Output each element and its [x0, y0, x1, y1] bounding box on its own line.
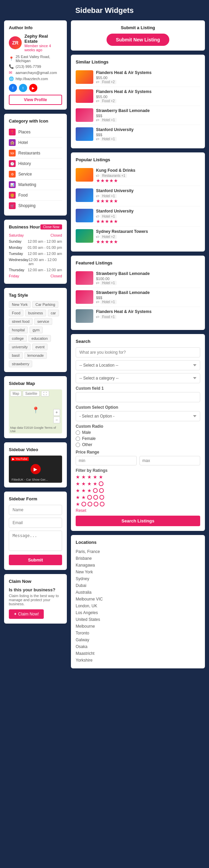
category-item[interactable]: ⚙Service	[9, 169, 62, 180]
rating-row-5[interactable]: ★★★★★	[76, 474, 200, 480]
tag-item[interactable]: event	[32, 344, 48, 350]
location-item[interactable]: Los Angeles	[76, 609, 200, 616]
location-item[interactable]: Melbourne VIC	[76, 596, 200, 603]
form-email-input[interactable]	[9, 518, 62, 528]
category-item[interactable]: 🍔Food	[9, 190, 62, 201]
tag-item[interactable]: education	[28, 335, 51, 342]
list-item[interactable]: Strawberry Basil Lemonade $100.00 🏷 Hote…	[76, 269, 200, 288]
location-item[interactable]: Yorkshire	[76, 657, 200, 664]
list-item[interactable]: Stanford University 🏷 Hotel +1 ★★★★★	[76, 206, 200, 227]
location-item[interactable]: Australia	[76, 589, 200, 596]
list-item[interactable]: Flanders Heat & Air Systems 🏷 Food +1	[76, 307, 200, 325]
radio-other-input[interactable]	[76, 443, 80, 447]
location-item[interactable]: Dubai	[76, 582, 200, 589]
list-item[interactable]: Stanford University $$$ 🏷 Hotel +1	[76, 125, 200, 144]
facebook-icon[interactable]: f	[9, 84, 17, 92]
category-badge: Hotel +1	[100, 118, 117, 122]
form-name-input[interactable]	[9, 505, 62, 515]
rating-row-1[interactable]: ★	[76, 501, 200, 507]
category-item[interactable]: 🏨Hotel	[9, 137, 62, 148]
category-item[interactable]: 🕐History	[9, 159, 62, 169]
rating-row-4[interactable]: ★★★★	[76, 481, 200, 486]
cat-label-0: Places	[18, 130, 31, 134]
tag-item[interactable]: business	[25, 310, 46, 316]
tag-item[interactable]: strawberry	[9, 361, 32, 367]
form-message-input[interactable]	[9, 531, 62, 551]
category-item[interactable]: 🛒Shopping	[9, 201, 62, 211]
tag-item[interactable]: college	[9, 335, 27, 342]
fullscreen-icon[interactable]: ⛶	[41, 391, 49, 396]
category-item[interactable]: 📊Marketing	[9, 180, 62, 190]
search-input[interactable]	[76, 347, 200, 357]
twitter-icon[interactable]: t	[19, 84, 27, 92]
rating-row-3[interactable]: ★★★	[76, 488, 200, 493]
tag-item[interactable]: car	[48, 310, 59, 316]
price-range-label: Price Range	[76, 450, 200, 455]
category-badge: Hotel +1	[100, 281, 117, 285]
list-item[interactable]: Kung Food & Drinks 🏷 Restaurants +1 ★★★★…	[76, 166, 200, 186]
cat-icon-6: 🍔	[9, 192, 16, 199]
list-item[interactable]: Flanders Heat & Air Systems $55.00 🏷 Foo…	[76, 68, 200, 87]
submit-new-listing-button[interactable]: Submit New Listing	[107, 34, 170, 46]
list-item[interactable]: Flanders Heat & Air Systems $55.00 🏷 Foo…	[76, 87, 200, 106]
reset-link[interactable]: Reset	[76, 508, 200, 513]
list-item[interactable]: Sydney Restaurant Towers 🏷 Hotel +2 ★★★★…	[76, 227, 200, 247]
map-container[interactable]: Map Satellite ⛶ 📍 + − Map data ©2018 Goo…	[9, 389, 62, 433]
location-item[interactable]: Galway	[76, 636, 200, 643]
location-select[interactable]: -- Select a Location --	[76, 360, 200, 370]
satellite-tab[interactable]: Satellite	[23, 391, 40, 396]
location-item[interactable]: London, UK	[76, 603, 200, 609]
tag-item[interactable]: New York	[9, 301, 31, 308]
location-item[interactable]: New York	[76, 569, 200, 575]
location-item[interactable]: Brisbane	[76, 555, 200, 562]
price-min-input[interactable]	[76, 456, 137, 465]
location-item[interactable]: Osaka	[76, 643, 200, 650]
location-item[interactable]: Toronto	[76, 630, 200, 636]
tag-item[interactable]: Food	[9, 310, 23, 316]
zoom-out-button[interactable]: −	[53, 417, 60, 423]
youtube-icon[interactable]: ▶	[29, 84, 37, 92]
location-item[interactable]: Melbourne	[76, 623, 200, 630]
play-button[interactable]: ▶	[31, 464, 41, 474]
radio-female-input[interactable]	[76, 437, 80, 441]
tag-item[interactable]: basil	[9, 352, 23, 359]
location-item[interactable]: United States	[76, 616, 200, 623]
location-item[interactable]: Sydney	[76, 575, 200, 582]
listing-category: 🏷 Hotel +1	[96, 281, 200, 285]
search-listings-button[interactable]: Search Listings	[76, 516, 200, 526]
radio-male-input[interactable]	[76, 430, 80, 435]
category-select[interactable]: -- Select a category --	[76, 373, 200, 383]
list-item[interactable]: Strawberry Basil Lemonade $$$ 🏷 Hotel +1	[76, 106, 200, 125]
category-item[interactable]: 🍽Restaurants	[9, 148, 62, 159]
tag-item[interactable]: service	[34, 318, 52, 325]
email-icon: ✉	[9, 70, 14, 75]
list-item[interactable]: Strawberry Basil Lemonade $$$ 🏷 Hotel +1	[76, 288, 200, 307]
tag-item[interactable]: Car Parking	[32, 301, 58, 308]
claim-button[interactable]: ✦ Claim Now!	[9, 609, 44, 619]
listing-name: Flanders Heat & Air Systems	[96, 309, 200, 314]
youtube-badge: ▶ YouTube	[11, 457, 29, 461]
category-item[interactable]: 📍Places	[9, 127, 62, 137]
location-item[interactable]: Paris, France	[76, 548, 200, 555]
tag-item[interactable]: university	[9, 344, 31, 350]
location-item[interactable]: Kanagawa	[76, 562, 200, 569]
price-max-input[interactable]	[139, 456, 201, 465]
business-hour-row: Wednesday12:00 am - 12:00 am	[9, 257, 62, 267]
form-submit-button[interactable]: Submit	[9, 555, 62, 565]
zoom-in-button[interactable]: +	[53, 409, 60, 416]
tag-item[interactable]: street food	[9, 318, 33, 325]
video-player[interactable]: ▶ YouTube ▶ FittedUK - Car Show Ger...	[9, 456, 62, 483]
tag-item[interactable]: lemonade	[24, 352, 47, 359]
location-item[interactable]: Maastricht	[76, 650, 200, 657]
rating-row-2[interactable]: ★★	[76, 495, 200, 500]
view-profile-button[interactable]: View Profile	[9, 95, 62, 105]
map-tab[interactable]: Map	[10, 391, 21, 396]
business-hour-row: Thursday12:00 am - 12:00 am	[9, 267, 62, 273]
tag-item[interactable]: hospital	[9, 327, 28, 333]
custom-field-input[interactable]	[76, 392, 200, 402]
tag-item[interactable]: gym	[30, 327, 43, 333]
page-title: Sidebar Widgets	[0, 0, 209, 20]
category-card: Category with Icon 📍Places🏨Hotel🍽Restaur…	[4, 114, 67, 216]
custom-select[interactable]: - Select an Option -	[76, 411, 200, 421]
list-item[interactable]: Stanford University 🏷 Hotel +1 ★★★★★	[76, 186, 200, 206]
